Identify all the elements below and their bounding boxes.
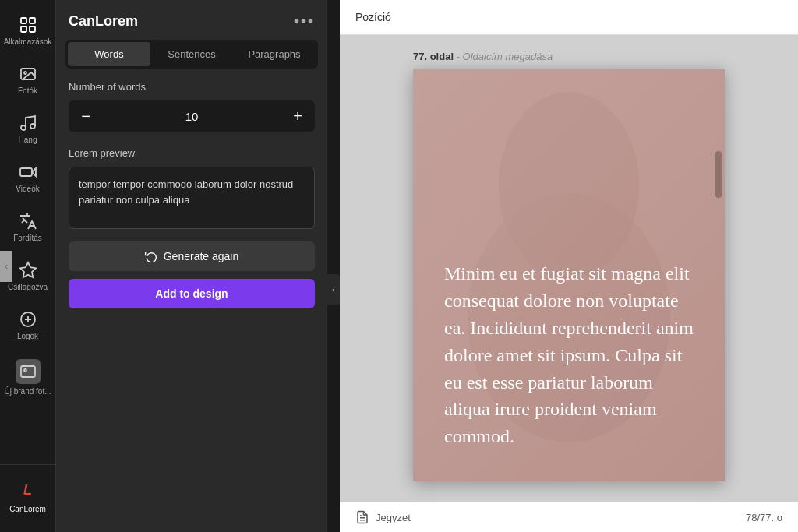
- svg-marker-10: [20, 262, 36, 277]
- panel-content: Number of words − 10 + Lorem preview tem…: [56, 81, 327, 532]
- svg-point-13: [24, 369, 26, 372]
- stepper-value: 10: [103, 110, 281, 123]
- canvas-area[interactable]: 77. oldal - Oldalcím megadása Minim eu e…: [340, 35, 798, 502]
- page-label: 77. oldal - Oldalcím megadása: [413, 51, 725, 62]
- sidebar-label-videok: Videók: [16, 185, 39, 193]
- sidebar-label-alkalmazasok: Alkalmazások: [4, 37, 52, 46]
- svg-point-7: [30, 124, 35, 129]
- design-page-text: Minim eu et fugiat sit magna elit conseq…: [444, 260, 694, 450]
- sidebar-label-forditas: Fordítás: [13, 234, 42, 242]
- generate-again-button[interactable]: Generate again: [69, 241, 315, 271]
- number-stepper: − 10 +: [69, 100, 315, 132]
- panel-header: CanLorem •••: [56, 0, 327, 40]
- sidebar-item-videok[interactable]: Videók: [0, 155, 55, 201]
- collapse-panel-button[interactable]: ‹: [327, 274, 340, 305]
- tab-paragraphs[interactable]: Paragraphs: [233, 42, 316, 66]
- note-icon: [355, 510, 369, 524]
- stepper-minus-button[interactable]: −: [69, 100, 103, 132]
- page-subtitle: - Oldalcím megadása: [457, 51, 553, 62]
- pagination-label: 78/77. o: [746, 512, 782, 523]
- panel-title: CanLorem: [69, 13, 138, 30]
- bottom-bar-left: Jegyzet: [355, 510, 411, 524]
- svg-point-6: [21, 125, 26, 130]
- canvas-scroll-indicator: [715, 151, 722, 198]
- sidebar-item-alkalmazasok[interactable]: Alkalmazások: [0, 8, 55, 54]
- sidebar-label-logok: Logók: [17, 332, 38, 340]
- sidebar-item-fotok[interactable]: Fotók: [0, 57, 55, 103]
- note-label: Jegyzet: [376, 512, 411, 523]
- sidebar-label-hang: Hang: [19, 136, 37, 144]
- tabs-container: Words Sentences Paragraphs: [65, 40, 318, 69]
- tab-sentences[interactable]: Sentences: [150, 42, 233, 66]
- canvas-wrapper: 77. oldal - Oldalcím megadása Minim eu e…: [413, 51, 725, 481]
- svg-rect-2: [21, 26, 26, 32]
- bottom-bar: Jegyzet 78/77. o: [340, 502, 798, 532]
- sidebar-item-canlorem[interactable]: L CanLorem: [0, 471, 55, 520]
- svg-rect-3: [30, 26, 35, 32]
- sidebar-label-csillagozva: Csillagozva: [8, 283, 48, 291]
- add-to-design-button[interactable]: Add to design: [69, 279, 315, 308]
- refresh-icon: [145, 250, 157, 262]
- canlorem-icon: L: [16, 477, 41, 502]
- svg-rect-0: [21, 18, 26, 23]
- panel-sidebar: CanLorem ••• Words Sentences Paragraphs …: [56, 0, 327, 532]
- main-header: Pozíció: [340, 0, 798, 35]
- canlorem-label: CanLorem: [9, 505, 46, 513]
- panel-menu-button[interactable]: •••: [294, 12, 315, 30]
- sidebar-label-fotok: Fotók: [18, 86, 37, 95]
- svg-rect-1: [30, 18, 35, 23]
- stepper-plus-button[interactable]: +: [281, 100, 315, 132]
- main-area: Pozíció 77. oldal - Oldalcím megadása: [340, 0, 798, 532]
- number-of-words-label: Number of words: [69, 81, 315, 93]
- sidebar-item-forditas[interactable]: Fordítás: [0, 204, 55, 250]
- sidebar-label-brand-foto: Új brand fot...: [4, 387, 51, 396]
- sidebar-item-brand-foto[interactable]: Új brand fot...: [0, 351, 55, 403]
- sidebar-item-logok[interactable]: Logók: [0, 302, 55, 348]
- tab-words[interactable]: Words: [68, 42, 150, 66]
- design-page: Minim eu et fugiat sit magna elit conseq…: [413, 69, 725, 481]
- svg-rect-12: [21, 366, 35, 377]
- svg-rect-8: [20, 168, 32, 176]
- svg-point-5: [24, 72, 26, 74]
- position-label: Pozíció: [355, 11, 391, 23]
- sidebar-item-hang[interactable]: Hang: [0, 106, 55, 152]
- lorem-preview-text: tempor tempor commodo laborum dolor nost…: [69, 167, 315, 229]
- page-number: 77. oldal: [413, 51, 454, 62]
- lorem-preview-label: Lorem preview: [69, 147, 315, 159]
